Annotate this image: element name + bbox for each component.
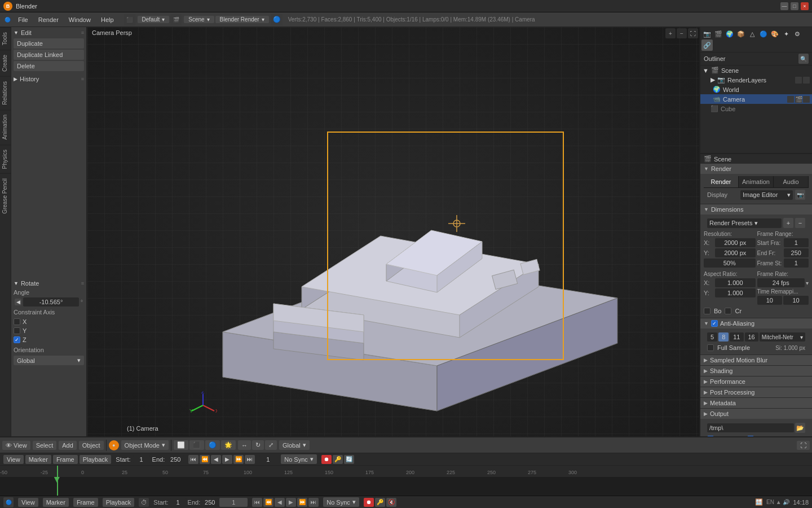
render-presets-dropdown[interactable]: Render Presets ▾ — [707, 218, 782, 228]
constraint-x-checkbox[interactable] — [14, 318, 20, 325]
tab-audio[interactable]: Audio — [774, 176, 809, 187]
status-play-fwd[interactable]: ▶ — [286, 498, 296, 507]
menu-window[interactable]: Window — [64, 14, 95, 25]
render-section-header[interactable]: ▼ Render — [700, 164, 812, 174]
tab-tools[interactable]: Tools — [0, 27, 11, 50]
play-forward[interactable]: ▶ — [222, 455, 232, 464]
status-mute[interactable]: 🔇 — [386, 498, 396, 507]
presets-add[interactable]: + — [783, 218, 793, 228]
status-play-end[interactable]: ⏭ — [308, 498, 319, 507]
presets-remove[interactable]: − — [795, 218, 805, 228]
start-value[interactable]: 1 — [133, 456, 150, 463]
performance-header[interactable]: ▶ Performance — [700, 376, 812, 387]
mode-dropdown[interactable]: Object Mode ▾ — [121, 440, 169, 450]
tab-physics[interactable]: Physics — [0, 144, 11, 173]
prop-constraints-icon[interactable]: 🔗 — [701, 40, 713, 51]
status-play-prev[interactable]: ⏪ — [263, 498, 273, 507]
aa-filter-dropdown[interactable]: Mitchell-Netr ▾ — [760, 332, 805, 341]
output-header[interactable]: ▶ Output — [700, 409, 812, 419]
camera-render[interactable]: 🎬 — [795, 96, 802, 103]
prop-mesh-icon[interactable]: △ — [747, 28, 758, 40]
current-frame-status[interactable]: 1 — [219, 498, 248, 507]
output-path-field[interactable]: /tmp\ — [707, 423, 794, 432]
outliner-search[interactable]: 🔍 — [798, 54, 809, 64]
dimensions-header[interactable]: ▼ Dimensions — [700, 204, 812, 214]
res-x-field[interactable]: 2000 px — [715, 238, 756, 247]
prop-texture-icon[interactable]: 🎨 — [769, 28, 780, 40]
aa-enabled-checkbox[interactable] — [711, 320, 718, 327]
outliner-scene[interactable]: ▼ 🎬 Scene — [700, 65, 812, 75]
res-y-field[interactable]: 2000 px — [715, 248, 756, 257]
keyframe-btn[interactable]: 🔑 — [333, 455, 343, 464]
prop-render-icon[interactable]: 📷 — [701, 28, 713, 40]
workspace-dropdown[interactable]: Default▾ — [138, 16, 170, 23]
status-play-next[interactable]: ⏩ — [297, 498, 307, 507]
view-button[interactable]: 👁 View — [2, 441, 30, 450]
post-processing-header[interactable]: ▶ Post Processing — [700, 387, 812, 397]
aa-btn-8[interactable]: 8 — [718, 332, 729, 341]
metadata-header[interactable]: ▶ Metadata — [700, 398, 812, 408]
play-jump-end[interactable]: ⏭ — [245, 455, 255, 464]
cr-checkbox[interactable] — [725, 308, 731, 314]
menu-help[interactable]: Help — [96, 14, 118, 25]
tool-scale[interactable]: ⤢ — [265, 440, 277, 450]
status-play-start[interactable]: ⏮ — [252, 498, 262, 507]
outliner-world[interactable]: 🌍 World — [700, 85, 812, 94]
status-view[interactable]: View — [18, 498, 38, 507]
shading-header[interactable]: ▶ Shading — [700, 366, 812, 376]
duplicate-button[interactable]: Duplicate — [14, 38, 84, 49]
maximize-button[interactable]: □ — [791, 2, 798, 10]
object-button[interactable]: Object — [79, 441, 104, 450]
prop-scene-icon[interactable]: 🎬 — [713, 28, 724, 40]
current-frame[interactable]: 1 — [259, 456, 276, 463]
timeline-content[interactable] — [0, 477, 812, 496]
tab-grease-pencil[interactable]: Grease Pencil — [0, 173, 11, 218]
output-browse[interactable]: 📂 — [795, 423, 805, 433]
orientation-dropdown[interactable]: Global ▾ — [14, 356, 84, 365]
prop-world-icon[interactable]: 🌍 — [724, 28, 735, 40]
orientation-dropdown-bottom[interactable]: Global ▾ — [279, 440, 310, 450]
sync-btn[interactable]: 🔄 — [344, 455, 354, 464]
sync-dropdown[interactable]: No Sync ▾ — [281, 454, 317, 464]
status-record-btn[interactable]: ⏺ — [364, 498, 374, 507]
time-remap-to[interactable]: 10 — [783, 296, 809, 305]
vp-maximize[interactable]: + — [665, 28, 676, 38]
shade-solid[interactable]: ⬛ — [189, 440, 204, 450]
file-extensions-checkbox[interactable] — [747, 436, 754, 436]
scene-dropdown[interactable]: Scene▾ — [184, 16, 214, 23]
end-value[interactable]: 250 — [167, 456, 184, 463]
frame-st-field[interactable]: 1 — [784, 259, 809, 268]
tl-view[interactable]: View — [3, 455, 24, 464]
duplicate-linked-button[interactable]: Duplicate Linked — [14, 50, 84, 60]
select-button[interactable]: Select — [33, 441, 57, 450]
viewport-mode-icon[interactable]: ● — [109, 440, 119, 450]
tool-rotate[interactable]: ↻ — [252, 440, 264, 450]
outliner-renderlayers[interactable]: ▶ 📷 RenderLayers — [700, 75, 812, 85]
viewport[interactable]: Camera Persp + − ⛶ X Y Z (1) Camera — [87, 27, 699, 436]
end-status[interactable]: 250 — [201, 498, 218, 506]
prop-object-icon[interactable]: 📦 — [735, 28, 747, 40]
status-keyframe[interactable]: 🔑 — [375, 498, 385, 507]
tab-render[interactable]: Render — [704, 176, 739, 187]
play-backward[interactable]: ◀ — [211, 455, 221, 464]
percent-field[interactable]: 50% — [704, 259, 756, 268]
tab-create[interactable]: Create — [0, 50, 11, 76]
delete-button[interactable]: Delete — [14, 61, 84, 71]
engine-dropdown[interactable]: Blender Render▾ — [215, 16, 269, 23]
angle-minus[interactable]: ◀ — [15, 299, 21, 305]
tab-animation[interactable]: Animation — [0, 110, 11, 144]
prop-particles-icon[interactable]: ✦ — [780, 28, 792, 40]
aa-btn-5[interactable]: 5 — [707, 332, 717, 341]
status-play-back[interactable]: ◀ — [275, 498, 285, 507]
tool-move[interactable]: ↔ — [238, 440, 251, 450]
constraint-z-checkbox[interactable] — [14, 336, 20, 343]
viewport-maximize[interactable]: ⛶ — [797, 441, 810, 450]
outliner-cube[interactable]: ⬛ Cube — [700, 104, 812, 113]
full-sample-checkbox[interactable] — [707, 344, 714, 351]
display-dropdown[interactable]: Image Editor ▾ — [740, 190, 793, 200]
play-prev-frame[interactable]: ⏪ — [200, 455, 210, 464]
smb-header[interactable]: ▶ Sampled Motion Blur — [700, 355, 812, 365]
renderlayers-vis[interactable] — [795, 77, 802, 84]
bo-checkbox[interactable] — [704, 308, 710, 314]
status-frame[interactable]: Frame — [73, 498, 98, 507]
